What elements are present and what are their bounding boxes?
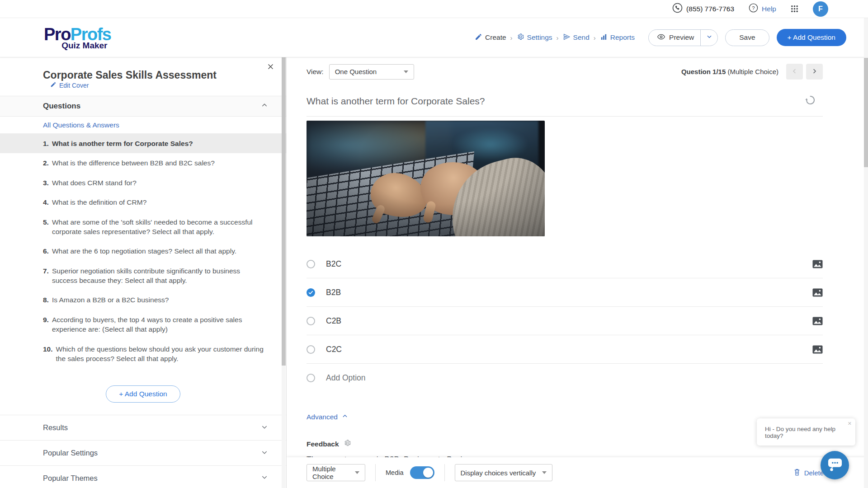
- sidebar-question-item[interactable]: 8. Is Amazon a B2B or a B2C business?: [0, 290, 286, 310]
- sidebar-question-item[interactable]: 7. Superior negotiation skills contribut…: [0, 261, 286, 291]
- chevron-down-icon: [706, 33, 712, 42]
- eye-icon: [657, 33, 665, 43]
- sidebar-question-item[interactable]: 1. What is another term for Corporate Sa…: [0, 134, 286, 153]
- add-question-button[interactable]: + Add Question: [777, 29, 846, 46]
- question-number: 3.: [43, 178, 49, 188]
- sidebar-question-item[interactable]: 5. What are some of the 'soft skills' ne…: [0, 212, 286, 242]
- popular-settings-section-header[interactable]: Popular Settings: [0, 440, 286, 465]
- question-text: What does CRM stand for?: [52, 178, 137, 188]
- image-placeholder-icon[interactable]: [812, 260, 823, 268]
- quiz-sidebar: Corporate Sales Skills Assessment Edit C…: [0, 57, 287, 488]
- apps-grid-icon[interactable]: [791, 5, 798, 13]
- sidebar-question-item[interactable]: 2. What is the difference between B2B an…: [0, 153, 286, 173]
- question-text: According to buyers, the top 4 ways to c…: [52, 315, 267, 334]
- question-text: Which of the questions below should you …: [56, 344, 267, 364]
- avatar[interactable]: F: [813, 1, 828, 17]
- save-button[interactable]: Save: [725, 29, 769, 46]
- advanced-toggle[interactable]: Advanced: [307, 413, 348, 421]
- preview-button[interactable]: Preview: [649, 30, 700, 46]
- photo-vignette: [307, 121, 545, 236]
- page-scrollbar-thumb[interactable]: [864, 58, 868, 167]
- chat-launcher-button[interactable]: [821, 451, 849, 479]
- radio-button[interactable]: [307, 288, 315, 297]
- reports-icon: [600, 33, 608, 42]
- image-placeholder-icon[interactable]: [812, 288, 823, 297]
- svg-text:?: ?: [752, 5, 755, 11]
- image-placeholder-icon[interactable]: [812, 317, 823, 325]
- radio-button[interactable]: [307, 345, 315, 354]
- all-questions-link[interactable]: All Questions & Answers: [0, 117, 286, 134]
- option-label[interactable]: B2C: [326, 259, 341, 269]
- phone-contact[interactable]: (855) 776-7763: [672, 3, 734, 15]
- edit-cover-link[interactable]: Edit Cover: [50, 81, 89, 89]
- answer-option-row: Add Option: [307, 364, 823, 392]
- preview-dropdown-toggle[interactable]: [700, 30, 717, 46]
- question-list: 1. What is another term for Corporate Sa…: [0, 134, 286, 368]
- nav-reports[interactable]: Reports: [600, 33, 635, 42]
- nav-send[interactable]: Send: [563, 33, 590, 42]
- display-choices-select[interactable]: Display choices vertically: [455, 464, 552, 481]
- proprofs-logo[interactable]: ProProfs Quiz Maker: [44, 26, 111, 50]
- nav-settings[interactable]: Settings: [517, 33, 552, 42]
- question-text: What is the definition of CRM?: [52, 197, 146, 207]
- gear-icon[interactable]: [344, 439, 351, 449]
- option-label[interactable]: C2C: [326, 345, 342, 354]
- question-type-select[interactable]: Multiple Choice: [307, 464, 365, 481]
- page-scrollbar[interactable]: [864, 18, 868, 488]
- options-list: B2C B2B C2B C2C Add: [307, 250, 823, 392]
- popular-themes-section-header[interactable]: Popular Themes: [0, 465, 286, 488]
- answer-option-row: C2B: [307, 307, 823, 335]
- pencil-icon: [50, 81, 57, 89]
- chat-bubble-icon: [827, 457, 843, 474]
- close-icon[interactable]: ✕: [848, 421, 852, 427]
- question-text: Is Amazon a B2B or a B2C business?: [52, 295, 169, 305]
- sidebar-question-item[interactable]: 6. What are the 6 top negotiation stages…: [0, 241, 286, 261]
- question-number: 10.: [43, 344, 53, 364]
- toggle-knob: [423, 468, 433, 478]
- preview-split-button: Preview: [648, 29, 718, 46]
- question-pagination: Question 1/15 (Multiple Choice): [681, 68, 778, 75]
- chevron-down-icon: [355, 471, 359, 474]
- questions-section-header[interactable]: Questions: [0, 96, 286, 117]
- question-number: 9.: [43, 315, 49, 334]
- breadcrumb-separator: ›: [510, 34, 513, 42]
- radio-button[interactable]: [307, 260, 315, 268]
- previous-question-button[interactable]: [786, 64, 803, 80]
- question-editor: View: One Question Question 1/15 (Multip…: [287, 57, 868, 488]
- feedback-label: Feedback: [307, 440, 339, 448]
- sidebar-question-item[interactable]: 9. According to buyers, the top 4 ways t…: [0, 310, 286, 339]
- nav-create[interactable]: Create: [475, 33, 506, 42]
- question-title[interactable]: What is another term for Corporate Sales…: [307, 96, 823, 107]
- option-label[interactable]: Add Option: [326, 373, 366, 383]
- chat-tooltip-text: Hi - Do you need any help today?: [765, 426, 835, 439]
- question-text: What are the 6 top negotiation stages? S…: [52, 246, 236, 256]
- results-section-header[interactable]: Results: [0, 415, 286, 440]
- chevron-up-icon: [342, 413, 348, 421]
- sidebar-question-item[interactable]: 10. Which of the questions below should …: [0, 339, 286, 369]
- sidebar-add-question-button[interactable]: + Add Question: [106, 385, 180, 403]
- question-number: 5.: [43, 217, 49, 237]
- question-image[interactable]: [307, 121, 545, 236]
- sidebar-scrollbar[interactable]: [282, 57, 286, 488]
- help-icon: ?: [749, 3, 758, 14]
- next-question-button[interactable]: [806, 64, 823, 80]
- sidebar-question-item[interactable]: 3. What does CRM stand for?: [0, 173, 286, 192]
- radio-button[interactable]: [307, 374, 315, 382]
- refresh-icon[interactable]: [804, 94, 816, 108]
- image-placeholder-icon[interactable]: [812, 345, 823, 354]
- option-label[interactable]: B2B: [326, 288, 341, 297]
- question-text: What are some of the 'soft skills' neede…: [52, 217, 267, 237]
- view-select[interactable]: One Question: [329, 64, 414, 80]
- phone-icon: [672, 3, 683, 15]
- sidebar-scrollbar-thumb[interactable]: [282, 57, 286, 366]
- pencil-icon: [475, 33, 482, 42]
- sidebar-question-item[interactable]: 4. What is the definition of CRM?: [0, 192, 286, 212]
- help-link[interactable]: ? Help: [749, 3, 776, 14]
- close-icon[interactable]: [265, 61, 276, 74]
- radio-button[interactable]: [307, 317, 315, 325]
- delete-question-button[interactable]: Delete: [793, 468, 824, 478]
- option-label[interactable]: C2B: [326, 316, 341, 326]
- question-toolbar: Multiple Choice Media Display choices ve…: [287, 457, 868, 488]
- media-toggle[interactable]: [410, 466, 434, 479]
- chevron-left-icon: [791, 68, 798, 76]
